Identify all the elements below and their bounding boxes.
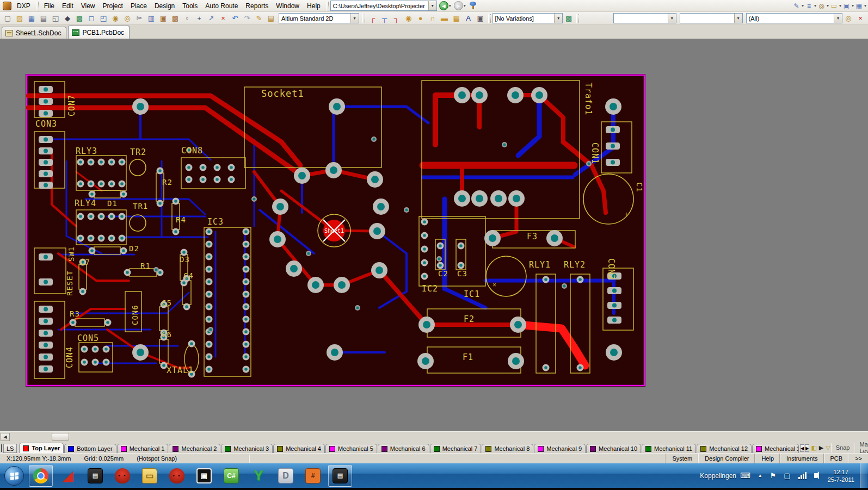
open-icon[interactable]: ▨ xyxy=(14,13,26,24)
chevron-down-icon[interactable]: ▾ xyxy=(834,14,842,23)
volume-icon[interactable] xyxy=(814,473,817,478)
scroll-left-arrow-icon[interactable]: ◀ xyxy=(1,433,10,441)
back-history-chevron-icon[interactable]: ▾ xyxy=(449,3,451,8)
sketch-tool-icon[interactable]: ✎ xyxy=(792,1,801,10)
navigate-forward-button[interactable]: ▶ xyxy=(454,1,463,10)
chevron-down-icon[interactable]: ▾ xyxy=(852,3,854,8)
menu-file[interactable]: File xyxy=(40,1,58,11)
forward-history-chevron-icon[interactable]: ▾ xyxy=(464,3,466,8)
align-tool-icon[interactable]: ≡ xyxy=(804,1,814,10)
chevron-down-icon[interactable]: ▾ xyxy=(428,1,436,10)
layer-sets-icon[interactable]: ◧ xyxy=(811,444,816,451)
select-area-icon[interactable]: ▫ xyxy=(181,13,193,24)
filter-select-icon[interactable]: ◎ xyxy=(842,13,854,24)
pcb-board[interactable]: +×Socket1Trafo1CON7CON3RLY3TR2CON8R2RLY4… xyxy=(26,74,645,387)
room-tool-icon[interactable]: ▣ xyxy=(842,1,851,10)
redo-icon[interactable]: ↷ xyxy=(241,13,253,24)
csharp-icon[interactable]: C# xyxy=(219,465,243,487)
show-desktop-button[interactable] xyxy=(860,463,867,488)
paste-special-icon[interactable]: ▩ xyxy=(169,13,181,24)
layer-tab-mechanical-1[interactable]: Mechanical 1 xyxy=(117,444,169,453)
place-arc-icon[interactable]: ∩ xyxy=(427,13,439,24)
chrome-icon[interactable] xyxy=(29,465,53,487)
start-button[interactable] xyxy=(4,466,24,486)
place-pad-icon[interactable]: ◉ xyxy=(403,13,415,24)
zoom-selected-icon[interactable]: ◉ xyxy=(109,13,121,24)
paste-icon[interactable]: ▣ xyxy=(157,13,169,24)
layer-filter-icon[interactable]: ▽ xyxy=(826,444,830,451)
chevron-down-icon[interactable]: ▾ xyxy=(839,3,841,8)
chevron-down-icon[interactable]: ▾ xyxy=(827,3,829,8)
layer-tab-mechanical-8[interactable]: Mechanical 8 xyxy=(482,444,533,453)
ebook-reader-icon[interactable]: ▤ xyxy=(83,465,107,487)
layer-scroll-right-button[interactable]: ▶ xyxy=(805,444,809,452)
taskbar-clock[interactable]: 12:17 25-7-2011 xyxy=(828,468,854,483)
layer-tab-mechanical-4[interactable]: Mechanical 4 xyxy=(273,444,325,453)
new-document-icon[interactable]: ▢ xyxy=(2,13,14,24)
y-tool-icon[interactable]: Y xyxy=(247,465,270,487)
chevron-down-icon[interactable]: ▾ xyxy=(668,14,676,23)
sprite-tool-icon[interactable]: # xyxy=(301,465,325,487)
menu-help[interactable]: Help xyxy=(303,1,324,11)
zoom-document-icon[interactable]: ◰ xyxy=(97,13,109,24)
panel-button-system[interactable]: System xyxy=(666,454,698,463)
print-preview-icon[interactable]: ◱ xyxy=(50,13,61,24)
menu-reports[interactable]: Reports xyxy=(242,1,272,11)
layer-tab-mechanical-3[interactable]: Mechanical 3 xyxy=(221,444,273,453)
panel-button-design-compiler[interactable]: Design Compiler xyxy=(698,454,755,463)
document-viewer-icon[interactable]: D xyxy=(274,465,298,487)
menu-dxp[interactable]: DXP xyxy=(13,1,34,11)
single-layer-mode-icon[interactable]: ▶ xyxy=(819,444,823,451)
show-hidden-icons-button[interactable]: ▲ xyxy=(758,473,762,478)
layer-tab-top-layer[interactable]: Top Layer xyxy=(19,443,64,453)
layer-tab-mechanical-6[interactable]: Mechanical 6 xyxy=(378,444,429,453)
menu-auto-route[interactable]: Auto Route xyxy=(201,1,242,11)
find-similar-icon[interactable]: ◎ xyxy=(817,1,826,10)
ladybug-debugger-icon[interactable] xyxy=(110,465,134,487)
links-toolbar-label[interactable]: Koppelingen xyxy=(700,472,736,480)
current-layer-color-swatch[interactable] xyxy=(1,444,2,452)
layer-tab-mechanical-12[interactable]: Mechanical 12 xyxy=(697,444,752,453)
filter-combo-1[interactable]: ▾ xyxy=(613,13,676,23)
place-via-icon[interactable]: ● xyxy=(415,13,427,24)
layer-scroll-left-button[interactable]: ◀ xyxy=(800,444,804,452)
move-icon[interactable]: + xyxy=(193,13,205,24)
filter-combo-2[interactable]: ▾ xyxy=(680,13,743,23)
zoom-area-icon[interactable]: ◻ xyxy=(85,13,97,24)
menu-design[interactable]: Design xyxy=(151,1,178,11)
copy-icon[interactable]: ▥ xyxy=(145,13,157,24)
panel-button-help[interactable]: Help xyxy=(755,454,780,463)
scope-combo[interactable]: (All) ▾ xyxy=(746,13,842,23)
project-path-combo[interactable]: C:\Users\Jeffrey\Desktop\Projecter ▾ xyxy=(330,1,437,11)
window-switcher-icon[interactable]: ▢ xyxy=(784,472,790,480)
menu-tools[interactable]: Tools xyxy=(178,1,201,11)
panel-button-pcb[interactable]: PCB xyxy=(824,454,849,463)
chevron-down-icon[interactable]: ▾ xyxy=(864,3,866,8)
snap-button[interactable]: Snap xyxy=(831,443,855,452)
route-differential-icon[interactable]: ┬ xyxy=(379,13,391,24)
bug-tool-icon[interactable] xyxy=(165,465,189,487)
offset-select-icon[interactable]: ↗ xyxy=(205,13,217,24)
layer-tab-mechanical-2[interactable]: Mechanical 2 xyxy=(169,444,220,453)
insert-object-icon[interactable]: ◆ xyxy=(61,13,73,24)
place-component-icon[interactable]: ▣ xyxy=(475,13,487,24)
menu-project[interactable]: Project xyxy=(99,1,127,11)
dimension-tool-icon[interactable]: ▭ xyxy=(829,1,839,10)
mask-level-button[interactable]: Mask Level xyxy=(854,443,868,452)
layer-tab-mechanical-11[interactable]: Mechanical 11 xyxy=(642,444,696,453)
network-icon[interactable] xyxy=(798,472,807,479)
variations-combo[interactable]: [No Variations] ▾ xyxy=(493,13,563,23)
place-array-icon[interactable]: ▦ xyxy=(451,13,463,24)
layer-tab-mechanical-9[interactable]: Mechanical 9 xyxy=(534,444,586,453)
panel-more-button[interactable]: >> xyxy=(848,454,868,463)
chevron-down-icon[interactable]: ▾ xyxy=(554,14,562,23)
panel-button-instruments[interactable]: Instruments xyxy=(780,454,823,463)
keyboard-layout-icon[interactable]: ⌨ xyxy=(740,472,750,480)
layer-tab-mechanical-5[interactable]: Mechanical 5 xyxy=(325,444,377,453)
browse-library-icon[interactable]: ▤ xyxy=(265,13,277,24)
variations-board-icon[interactable]: ▩ xyxy=(563,13,575,24)
chevron-down-icon[interactable]: ▾ xyxy=(350,14,359,23)
clear-filter-icon[interactable]: × xyxy=(217,13,229,24)
place-fill-icon[interactable]: ▬ xyxy=(439,13,451,24)
chevron-down-icon[interactable]: ▾ xyxy=(814,3,816,8)
